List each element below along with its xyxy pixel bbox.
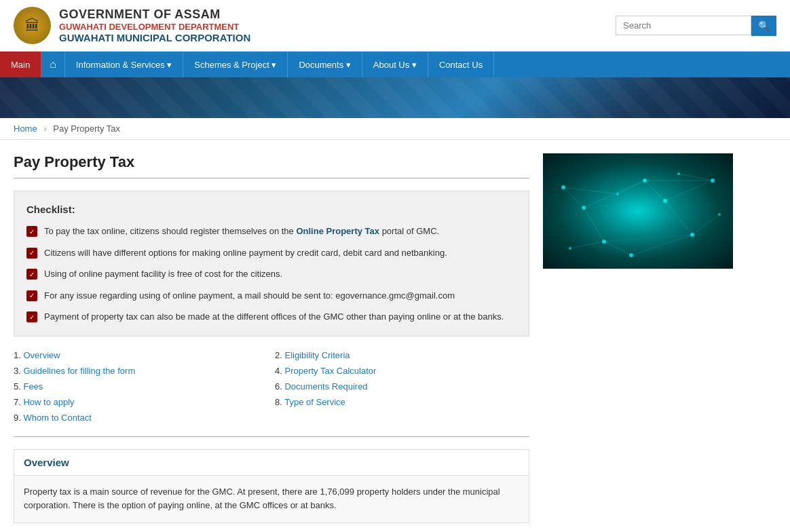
corp-title: GUWAHATI MUNICIPAL CORPORATION [59,32,250,43]
svg-line-20 [563,187,618,194]
checklist-item-4: ✓ For any issue regarding using of onlin… [26,289,516,303]
link-item-eligibility: 2. Eligibility Criteria [275,350,529,360]
network-graphic [543,153,733,269]
svg-line-17 [631,235,692,255]
link-item-how-to-apply: 7. How to apply [14,397,268,407]
page-title: Pay Property Tax [14,153,529,171]
nav-item-documents[interactable]: Documents ▾ [288,52,362,77]
checklist-item-2: ✓ Citizens will have different options f… [26,246,516,260]
checkbox-icon-5: ✓ [26,311,37,322]
nav-item-home[interactable]: ⌂ [41,52,65,77]
checkbox-icon-2: ✓ [26,248,37,259]
svg-line-27 [604,235,692,242]
checklist-title: Checklist: [26,204,516,215]
link-type-of-service[interactable]: Type of Service [284,397,345,407]
svg-line-24 [692,214,719,235]
svg-line-26 [584,201,665,208]
breadcrumb: Home › Pay Property Tax [0,118,790,140]
header-branding: 🏛 GOVERNMENT OF ASSAM GUWAHATI DEVELOPME… [14,7,250,44]
svg-line-23 [679,174,713,180]
checklist-text-2: Citizens will have different options for… [44,246,447,260]
overview-section: Overview Property tax is a main source o… [14,449,529,524]
links-grid: 1. Overview 2. Eligibility Criteria 3. G… [14,350,529,423]
link-documents[interactable]: Documents Required [284,381,367,392]
svg-line-14 [645,180,665,201]
checklist-text-4: For any issue regarding using of online … [44,289,455,303]
overview-header: Overview [14,450,529,476]
svg-line-18 [604,242,631,255]
link-whom-to-contact[interactable]: Whom to Contact [23,413,91,423]
content-right [543,153,733,532]
breadcrumb-home-link[interactable]: Home [14,124,37,134]
nav-item-info[interactable]: Information & Services ▾ [65,52,183,77]
svg-line-12 [584,180,645,208]
search-button[interactable]: 🔍 [751,16,776,36]
nav-item-about[interactable]: About Us ▾ [362,52,428,77]
hero-banner [0,77,790,118]
link-item-type-of-service: 8. Type of Service [275,397,529,407]
link-fees[interactable]: Fees [23,381,43,392]
link-overview[interactable]: Overview [23,350,60,360]
link-guidelines[interactable]: Guidelines for filling the form [23,366,135,376]
checklist-text-1: To pay the tax online, citizens should r… [44,225,439,238]
checklist-text-3: Using of online payment facility is free… [44,267,282,281]
main-content: Pay Property Tax Checklist: ✓ To pay the… [0,140,747,532]
link-item-calculator: 4. Property Tax Calculator [275,366,529,376]
dept-title: GUWAHATI DEVELOPMENT DEPARTMENT [59,22,250,32]
navbar: Main ⌂ Information & Services ▾ Schemes … [0,52,790,77]
online-property-tax-link[interactable]: Online Property Tax [296,226,379,236]
checklist-text-5: Payment of property tax can also be made… [44,310,504,324]
link-calculator[interactable]: Property Tax Calculator [284,366,376,376]
nav-item-contact[interactable]: Contact Us [428,52,494,77]
svg-line-13 [584,208,604,242]
header: 🏛 GOVERNMENT OF ASSAM GUWAHATI DEVELOPME… [0,0,790,52]
header-titles: GOVERNMENT OF ASSAM GUWAHATI DEVELOPMENT… [59,7,250,43]
link-item-overview: 1. Overview [14,350,268,360]
emblem-icon: 🏛 [14,7,51,44]
link-item-contact: 9. Whom to Contact [14,413,268,423]
checkbox-icon-1: ✓ [26,226,37,237]
nav-item-main[interactable]: Main [0,52,41,77]
link-item-fees: 5. Fees [14,381,268,392]
title-divider [14,178,529,178]
link-how-to-apply[interactable]: How to apply [23,397,74,407]
gov-title: GOVERNMENT OF ASSAM [59,7,250,22]
overview-body: Property tax is a main source of revenue… [14,476,529,523]
link-item-documents: 6. Documents Required [275,381,529,392]
links-divider [14,436,529,437]
checklist-item-3: ✓ Using of online payment facility is fr… [26,267,516,281]
hero-image [543,153,733,269]
nav-item-schemes[interactable]: Schemes & Project ▾ [183,52,288,77]
svg-line-25 [570,242,604,248]
checkbox-icon-3: ✓ [26,269,37,280]
content-left: Pay Property Tax Checklist: ✓ To pay the… [14,153,529,532]
search-container: 🔍 [616,16,776,36]
svg-line-22 [618,180,645,194]
link-item-guidelines: 3. Guidelines for filling the form [14,366,268,376]
checkbox-icon-4: ✓ [26,290,37,301]
svg-line-21 [665,180,713,201]
link-eligibility[interactable]: Eligibility Criteria [284,350,350,360]
breadcrumb-separator: › [43,124,46,134]
svg-line-16 [665,201,692,235]
search-input[interactable] [616,16,751,35]
breadcrumb-current: Pay Property Tax [53,124,120,134]
svg-line-19 [563,187,584,208]
checklist-item-5: ✓ Payment of property tax can also be ma… [26,310,516,324]
checklist-box: Checklist: ✓ To pay the tax online, citi… [14,191,529,337]
checklist-item-1: ✓ To pay the tax online, citizens should… [26,225,516,238]
